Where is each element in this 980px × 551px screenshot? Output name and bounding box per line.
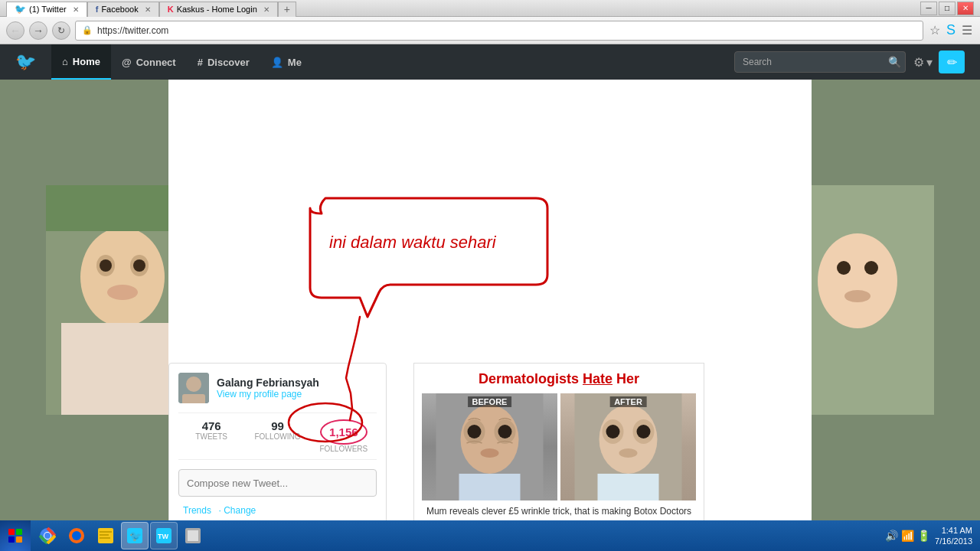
- clock: 1:41 AM 7/16/2013: [935, 525, 972, 547]
- stat-following[interactable]: 99 FOLLOWING: [244, 419, 310, 453]
- nav-home-label: Home: [73, 56, 100, 67]
- tab-label-kaskus: Kaskus - Home Login: [177, 5, 257, 14]
- tab-close-facebook[interactable]: ✕: [145, 5, 151, 14]
- svg-rect-52: [8, 536, 15, 543]
- svg-point-44: [606, 425, 620, 439]
- settings-gear-button[interactable]: ⚙ ▾: [913, 55, 933, 70]
- svg-rect-50: [8, 529, 15, 535]
- start-button[interactable]: [0, 520, 31, 551]
- tab-favicon-facebook: f: [96, 5, 99, 14]
- svg-point-4: [100, 259, 112, 272]
- taskbar-chrome[interactable]: [34, 522, 61, 549]
- taskbar-firefox[interactable]: [63, 522, 90, 549]
- refresh-button[interactable]: ↻: [52, 21, 70, 40]
- svg-rect-60: [100, 531, 112, 533]
- svg-point-6: [107, 285, 138, 300]
- taskbar-unknown[interactable]: [179, 522, 207, 549]
- nav-me-label: Me: [288, 57, 302, 68]
- search-wrap: 🔍 ⚙ ▾ ✏: [734, 51, 965, 73]
- svg-rect-39: [459, 474, 521, 500]
- search-input[interactable]: [734, 51, 887, 73]
- time-display: 1:41 AM: [935, 525, 972, 536]
- followers-label: FOLLOWERS: [311, 445, 377, 453]
- tweets-count: 476: [178, 419, 244, 432]
- svg-point-30: [186, 377, 201, 392]
- tab-facebook[interactable]: f Facebook ✕: [87, 2, 159, 17]
- ad-images: BEFORE AFTER: [422, 393, 696, 500]
- home-icon: ⌂: [62, 56, 68, 67]
- maximize-button[interactable]: □: [939, 2, 956, 15]
- battery-icon[interactable]: 🔋: [917, 530, 930, 542]
- svg-point-25: [864, 261, 878, 275]
- ad-title: Dermatologists Hate Her: [422, 371, 696, 387]
- browser-menu-icon[interactable]: ☰: [960, 21, 974, 39]
- stats-row: 476 TWEETS 99 FOLLOWING 1,156 FOLLOWERS: [178, 412, 377, 460]
- forward-button[interactable]: →: [29, 21, 47, 40]
- svg-point-24: [837, 261, 851, 275]
- stat-followers[interactable]: 1,156 FOLLOWERS: [311, 419, 377, 453]
- profile-info: Galang Febriansyah View my profile page: [217, 377, 319, 399]
- svg-point-38: [481, 448, 499, 458]
- new-tab-button[interactable]: +: [278, 2, 296, 17]
- svg-rect-68: [188, 530, 198, 541]
- volume-icon[interactable]: 🔊: [885, 530, 898, 542]
- twitter-logo: 🐦: [15, 52, 36, 72]
- skype-icon[interactable]: S: [945, 21, 957, 40]
- search-button[interactable]: 🔍: [884, 51, 906, 73]
- profile-panel: Galang Febriansyah View my profile page …: [168, 363, 387, 520]
- system-tray-icons: 🔊 📶 🔋: [885, 530, 930, 542]
- tab-kaskus[interactable]: K Kaskus - Home Login ✕: [159, 2, 278, 17]
- tweets-label: TWEETS: [178, 432, 244, 441]
- svg-rect-31: [182, 394, 205, 403]
- compose-tweet-button[interactable]: ✏: [939, 51, 965, 73]
- taskbar-twitter[interactable]: 🐦: [121, 522, 149, 549]
- browser-tabs: 🐦 (1) Twitter ✕ f Facebook ✕ K Kaskus - …: [6, 0, 296, 17]
- ad-before-image: BEFORE: [422, 393, 557, 500]
- me-icon: 👤: [271, 57, 283, 68]
- nav-me[interactable]: 👤 Me: [260, 44, 312, 80]
- twitter-navbar: 🐦 ⌂ Home @ Connect # Discover 👤 Me 🔍 ⚙ ▾…: [0, 44, 980, 80]
- before-label: BEFORE: [468, 396, 512, 407]
- svg-point-45: [637, 425, 651, 439]
- after-label: AFTER: [609, 396, 647, 407]
- advertisement-panel: Dermatologists Hate Her BEFORE: [413, 363, 704, 520]
- minimize-button[interactable]: ─: [920, 2, 937, 15]
- nav-home[interactable]: ⌂ Home: [51, 44, 111, 80]
- close-button[interactable]: ✕: [957, 2, 974, 15]
- back-button[interactable]: ←: [6, 21, 24, 40]
- svg-point-46: [619, 448, 638, 458]
- tab-favicon-twitter: 🐦: [15, 4, 26, 15]
- nav-connect-label: Connect: [136, 57, 176, 68]
- bookmark-star-icon[interactable]: ☆: [928, 21, 942, 39]
- date-display: 7/16/2013: [935, 536, 972, 546]
- taskbar-explorer[interactable]: [92, 522, 119, 549]
- tab-close-kaskus[interactable]: ✕: [263, 5, 270, 14]
- svg-point-56: [44, 533, 51, 539]
- address-bar[interactable]: 🔒 https://twitter.com: [75, 21, 923, 41]
- taskbar-system-tray: 🔊 📶 🔋 1:41 AM 7/16/2013: [877, 525, 980, 547]
- nav-discover[interactable]: # Discover: [187, 44, 260, 80]
- trends-change-link[interactable]: · Change: [219, 505, 256, 516]
- avatar-image: [178, 373, 209, 403]
- svg-rect-62: [100, 537, 110, 539]
- browser-toolbar: ← → ↻ 🔒 https://twitter.com ☆ S ☰: [0, 17, 980, 44]
- taskbar-tweetdeck[interactable]: TW: [150, 522, 178, 549]
- svg-rect-53: [16, 536, 22, 543]
- ad-read-more-link[interactable]: Read more..: [550, 519, 600, 520]
- svg-point-5: [133, 259, 145, 272]
- avatar: [178, 373, 209, 403]
- svg-rect-61: [100, 534, 109, 536]
- stat-tweets[interactable]: 476 TWEETS: [178, 419, 244, 453]
- tab-twitter[interactable]: 🐦 (1) Twitter ✕: [6, 2, 87, 17]
- connect-icon: @: [122, 57, 132, 68]
- nav-connect[interactable]: @ Connect: [111, 44, 187, 80]
- svg-point-26: [844, 290, 871, 302]
- network-icon[interactable]: 📶: [901, 530, 914, 542]
- compose-tweet-input[interactable]: [178, 469, 377, 497]
- svg-rect-7: [61, 323, 184, 415]
- tab-label-facebook: Facebook: [101, 5, 138, 14]
- tab-close-twitter[interactable]: ✕: [73, 5, 79, 14]
- view-profile-link[interactable]: View my profile page: [217, 389, 319, 399]
- trends-section: Trends · Change #InitialsOfSomeoneSpecia…: [178, 504, 377, 520]
- tab-favicon-kaskus: K: [168, 5, 174, 14]
